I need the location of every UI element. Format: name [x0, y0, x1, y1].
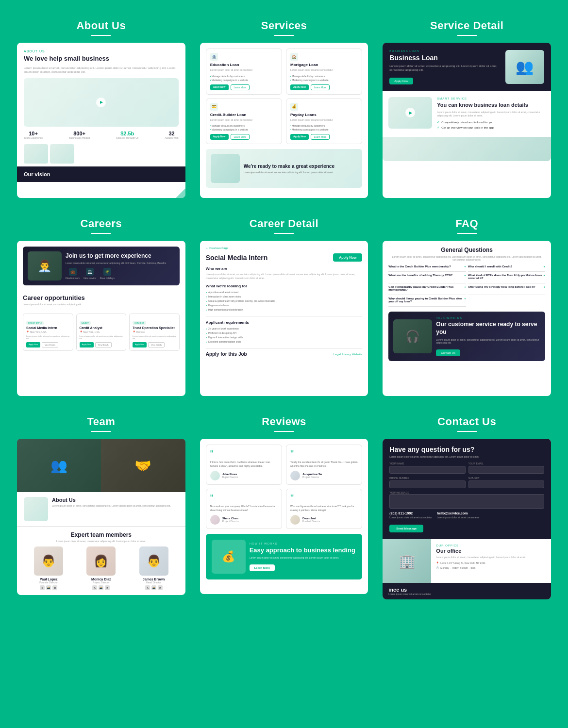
office-label: OUR OFFICE [436, 544, 546, 547]
subject-input[interactable] [468, 480, 544, 488]
subject-label: SUBJECT [468, 477, 544, 480]
team-about-image [24, 497, 48, 521]
reviews-card: " If this is how impactful it, I will ta… [200, 439, 368, 594]
cd-divider [206, 316, 363, 316]
sd-bottom-image [383, 137, 551, 161]
cd-apply-section: Apply for this Job Legal Privacy Website [206, 348, 363, 357]
monica-twitter-icon[interactable]: 𝕏 [92, 585, 97, 590]
education-learn-btn[interactable]: Learn More [231, 84, 250, 90]
mortgage-apply-btn[interactable]: Apply Now [290, 84, 309, 90]
green-deco-icon [166, 179, 185, 198]
james-name: James Brown [129, 578, 178, 581]
job-credit-desc: Lorem ipsum dolor sit amet consectetur a… [80, 335, 123, 340]
perk-device-label: New device [84, 277, 96, 280]
reviews-cta-btn[interactable]: Learn More [250, 564, 275, 571]
job-social-apply-btn[interactable]: Apply Now [26, 342, 40, 347]
message-textarea[interactable] [389, 494, 544, 509]
service-detail-title: Service Detail [430, 19, 503, 32]
job-credit-apply-btn[interactable]: Apply Now [80, 342, 94, 347]
cd-looking-bullet-2: Interaction in class room video [206, 295, 363, 299]
review-2-info: Jacqueline Su Project Director [302, 473, 322, 479]
review-3-text: Nice work on your company. Words? I unde… [210, 505, 278, 512]
contact-bottom: 🏢 OUR OFFICE Our office Lorem ipsum dolo… [383, 539, 551, 583]
vision-title: Our vision [24, 171, 179, 177]
faq-question-1: What is the Credit Builder Plus membersh… [388, 265, 466, 268]
james-instagram-icon[interactable]: 📸 [151, 585, 156, 590]
faq-item-3[interactable]: What are the benefits of adding Therapy … [388, 274, 466, 283]
faq-item-7[interactable]: Why should I keep paying to Credit Build… [388, 297, 466, 307]
sd-play-btn[interactable] [405, 108, 415, 117]
james-twitter-icon[interactable]: 𝕏 [145, 585, 150, 590]
contact-phone-value: (202) 811-1992 [389, 512, 432, 515]
review-3: " Nice work on your company. Words? I un… [206, 489, 282, 529]
name-input[interactable] [389, 466, 465, 474]
vision-section: Our vision [17, 166, 185, 182]
field-your-name: YOUR NAME [389, 462, 465, 474]
monica-instagram-icon[interactable]: 📸 [99, 585, 103, 590]
cd-breadcrumb[interactable]: ← Previous Page [206, 247, 363, 249]
job-credit-badge: SALARY [80, 321, 91, 325]
education-apply-btn[interactable]: Apply Now [210, 84, 229, 90]
cd-who-title: Who we are [206, 266, 363, 271]
job-trust-location: Remote [133, 331, 176, 333]
credit-apply-btn[interactable]: Apply Now [210, 134, 229, 140]
faq-item-2[interactable]: Why should I enroll with Credit? [468, 265, 545, 272]
job-trust-view-btn[interactable]: View Details [148, 342, 165, 347]
job-credit-view-btn[interactable]: View Details [95, 342, 112, 347]
faq-contact-btn[interactable]: Contact Us [436, 349, 460, 356]
faq-item-5[interactable]: Can I temporarily pause my Credit Builde… [388, 285, 466, 295]
field-subject: SUBJECT [468, 477, 544, 488]
credit-learn-btn[interactable]: Learn More [231, 134, 250, 140]
sd-section-title: You can know business loan details [437, 101, 545, 108]
phone-input[interactable] [389, 480, 465, 488]
email-input[interactable] [468, 466, 544, 474]
faq-item-1[interactable]: What is the Credit Builder Plus membersh… [388, 265, 466, 272]
reviews-grid: " If this is how impactful it, I will ta… [206, 445, 363, 529]
new-device-icon: 💻 [86, 268, 94, 276]
faq-item-6[interactable]: After using my strategy how long before … [468, 285, 545, 295]
payday-btn-row: Apply Now Learn More [290, 134, 358, 140]
team-about-content: About Us Lorem ipsum dolor sit amet, con… [52, 497, 171, 521]
faq-cta: 🎧 TALK WITH US Our customer service read… [388, 312, 545, 361]
play-button[interactable] [96, 98, 106, 107]
cd-apply-btn[interactable]: Apply Now [333, 253, 362, 262]
faq-section-desc: Lorem ipsum dolor sit amet, consectetur … [388, 255, 545, 261]
cd-looking-bullet-1: A positive work environment [206, 290, 363, 295]
paul-linkedin-icon[interactable]: in [52, 585, 57, 590]
stat-awards: 32 Awards Won [165, 131, 178, 139]
faq-question-6: After using my strategy how long before … [468, 285, 545, 288]
cd-looking-for: What we're looking for A positive work e… [206, 284, 363, 312]
paul-instagram-icon[interactable]: 📸 [46, 585, 51, 590]
mortgage-btn-row: Apply Now Learn More [290, 84, 358, 90]
careers-jobs-grid: DIRECT APPLY Social Media Intern New Yor… [23, 314, 180, 351]
sd-apply-btn[interactable]: Apply Now [389, 78, 413, 84]
james-linkedin-icon[interactable]: in [158, 585, 163, 590]
service-credit-desc: Lorem ipsum dolor sit amet consectetur [210, 118, 278, 122]
job-trust-apply-btn[interactable]: Apply Now [133, 342, 147, 347]
sd-video-thumb[interactable] [388, 97, 432, 129]
job-social-view-btn[interactable]: View Details [42, 342, 58, 347]
education-bullet-1: Manage defaults by customers [210, 74, 278, 78]
monica-linkedin-icon[interactable]: in [105, 585, 110, 590]
mortgage-learn-btn[interactable]: Learn More [311, 84, 330, 90]
careers-card: 👨‍💼 Join us to get more experience Lorem… [17, 241, 185, 396]
contact-top: Have any question for us? Lorem ipsum do… [383, 439, 551, 539]
cd-header: Social Media Intern Apply Now [206, 253, 363, 262]
contact-us-title: Contact Us [437, 415, 496, 428]
faq-item-4[interactable]: What kind of ETFs does the Turn It Up po… [468, 274, 545, 283]
send-message-btn[interactable]: Send Message [389, 525, 423, 532]
contact-desc: Lorem ipsum dolor sit amet, consectetur … [389, 455, 544, 458]
faq-cta-title: Our customer service ready to serve you [436, 321, 540, 336]
job-trust-ops: CONNECT Trust Operation Specialist Remot… [129, 314, 180, 351]
job-credit-analyst: SALARY Credit Analyst New York, USA Lore… [76, 314, 127, 351]
review-4-avatar [290, 515, 300, 525]
paul-twitter-icon[interactable]: 𝕏 [40, 585, 45, 590]
team-card: 👥 🤝 About Us Lorem ipsum dolor sit amet,… [17, 439, 185, 595]
about-bottom-images [24, 144, 179, 164]
team-hero-img2: 🤝 [101, 439, 185, 492]
payday-apply-btn[interactable]: Apply Now [290, 134, 309, 140]
mortgage-bullet-2: Marketing campaigns in a website [290, 78, 358, 82]
sd-main-title: Business Loan [389, 54, 501, 62]
payday-learn-btn[interactable]: Learn More [311, 134, 330, 140]
reviews-cta-text: Lorem ipsum dolor sit amet, consectetur … [250, 556, 355, 559]
